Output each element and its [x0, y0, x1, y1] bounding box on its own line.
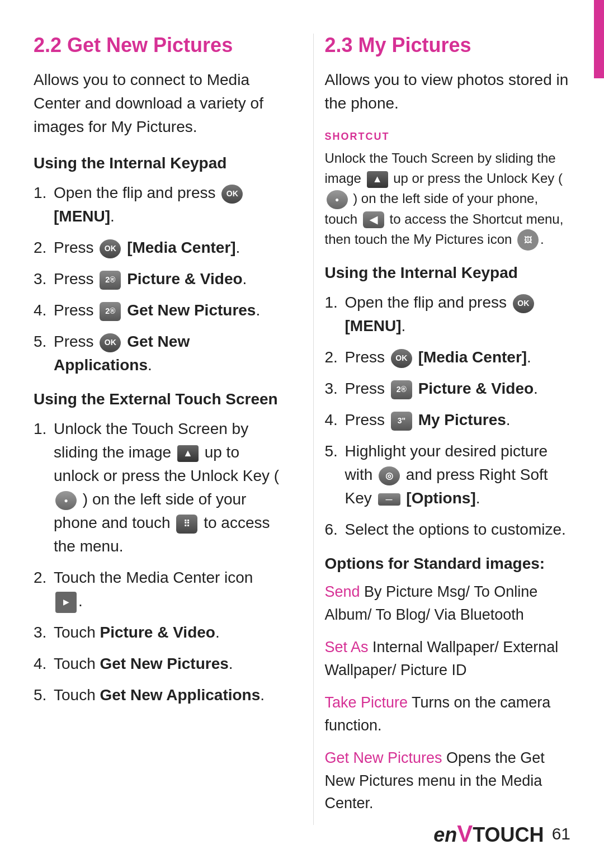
- internal-keypad-steps-left: 1. Open the flip and press OK [MENU]. 2.…: [34, 181, 280, 377]
- shortcut-label: SHORTCUT: [325, 131, 571, 143]
- soft-key-icon-r5: —: [378, 493, 400, 506]
- option-getnewpictures: Get New Pictures Opens the Get New Pictu…: [325, 747, 571, 815]
- unlock-key-icon-2: ●: [327, 190, 348, 209]
- arrow-up-icon-2: ▲: [367, 171, 388, 188]
- right-column: 2.3 My Pictures Allows you to view photo…: [313, 34, 571, 825]
- list-item: 3. Press 2® Picture & Video.: [34, 267, 280, 291]
- list-item: 1. Open the flip and press OK [MENU].: [325, 291, 571, 338]
- list-item: 5. Highlight your desired picture with ◎…: [325, 440, 571, 510]
- list-item: 2. Press OK [Media Center].: [34, 236, 280, 260]
- ok-key-icon: OK: [221, 185, 243, 204]
- list-item: 5. Touch Get New Applications.: [34, 683, 280, 707]
- list-item: 1. Open the flip and press OK [MENU].: [34, 181, 280, 228]
- ok-key-icon-r2: OK: [391, 349, 412, 368]
- unlock-key-icon: ●: [55, 491, 77, 510]
- num2-key-icon-r: 2®: [391, 380, 412, 399]
- ok-key-icon-r1: OK: [513, 294, 534, 313]
- shortcut-box: SHORTCUT Unlock the Touch Screen by slid…: [325, 131, 571, 251]
- ok-key-icon-5: OK: [100, 333, 121, 352]
- list-item: 4. Press 3" My Pictures.: [325, 408, 571, 432]
- external-touch-steps: 1. Unlock the Touch Screen by sliding th…: [34, 417, 280, 707]
- section-title-23: 2.3 My Pictures: [325, 34, 571, 57]
- media-center-icon: [55, 592, 77, 613]
- list-item: 4. Touch Get New Pictures.: [34, 652, 280, 676]
- list-item: 2. Press OK [Media Center].: [325, 346, 571, 369]
- grid-icon: ⠿: [176, 515, 197, 534]
- page-number: 61: [552, 824, 570, 843]
- section-intro-23: Allows you to view photos stored in the …: [325, 68, 571, 115]
- section-intro-22: Allows you to connect to Media Center an…: [34, 68, 280, 139]
- num2b-key-icon: 2®: [100, 302, 121, 321]
- list-item: 6. Select the options to customize.: [325, 518, 571, 541]
- section-title-22: 2.2 Get New Pictures: [34, 34, 280, 57]
- arrow-up-icon: ▲: [177, 445, 199, 462]
- shortcut-text: Unlock the Touch Screen by sliding the i…: [325, 148, 571, 251]
- list-item: 4. Press 2® Get New Pictures.: [34, 299, 280, 322]
- num2-key-icon: 2®: [100, 271, 121, 290]
- list-item: 3. Touch Picture & Video.: [34, 621, 280, 644]
- internal-keypad-steps-right: 1. Open the flip and press OK [MENU]. 2.…: [325, 291, 571, 541]
- internal-keypad-title-right: Using the Internal Keypad: [325, 264, 571, 282]
- accent-bar: [594, 0, 604, 78]
- num3-key-icon-r: 3": [391, 412, 412, 431]
- nav-icon-r5: ◎: [379, 466, 400, 485]
- ok-key-icon: OK: [100, 239, 121, 258]
- option-setas: Set As Internal Wallpaper/ External Wall…: [325, 636, 571, 681]
- list-item: 3. Press 2® Picture & Video.: [325, 377, 571, 400]
- external-touch-title: Using the External Touch Screen: [34, 390, 280, 408]
- option-send: Send By Picture Msg/ To Online Album/ To…: [325, 581, 571, 626]
- internal-keypad-title-left: Using the Internal Keypad: [34, 154, 280, 172]
- left-column: 2.2 Get New Pictures Allows you to conne…: [34, 34, 291, 825]
- my-pictures-icon: 🖼: [517, 229, 539, 251]
- list-item: 2. Touch the Media Center icon .: [34, 566, 280, 613]
- list-item: 5. Press OK Get New Applications.: [34, 330, 280, 377]
- options-title: Options for Standard images:: [325, 555, 571, 573]
- brand-text: enVTOUCH: [433, 820, 544, 847]
- list-item: 1. Unlock the Touch Screen by sliding th…: [34, 417, 280, 558]
- footer: enVTOUCH 61: [433, 820, 570, 847]
- option-takepicture: Take Picture Turns on the camera functio…: [325, 691, 571, 737]
- shortcut-touch-icon: ◀: [363, 211, 384, 228]
